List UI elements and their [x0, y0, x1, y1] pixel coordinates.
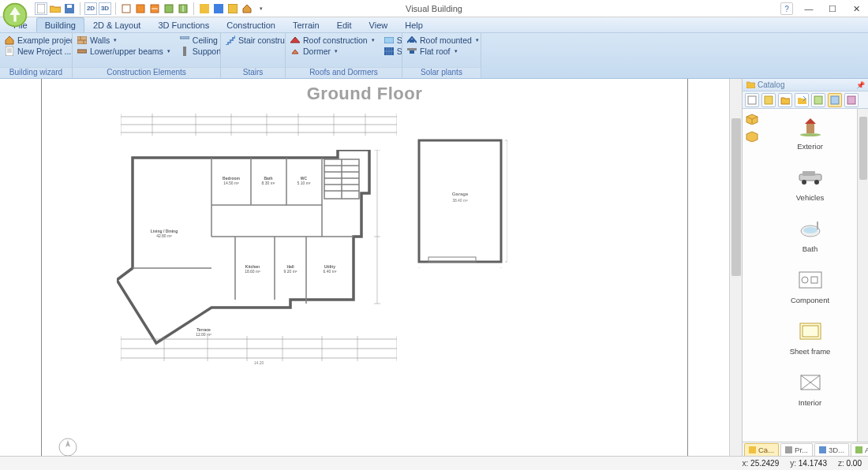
ribbon-group-label: Building wizard [0, 67, 72, 78]
status-y: y: 14.1743 [790, 459, 827, 468]
side-tab-ca[interactable]: Ca... [744, 443, 779, 456]
catalog-item-component[interactable]: Component [768, 267, 852, 304]
catalog-header[interactable]: Catalog 📌 [743, 79, 868, 91]
ribbon-group-label: Stairs [221, 67, 285, 78]
chevron-down-icon: ▾ [455, 48, 458, 54]
component-icon [796, 267, 825, 293]
flat-roof-button[interactable]: Flat roof▾ [406, 46, 481, 56]
solar-icon [384, 47, 394, 56]
tab-help[interactable]: Help [396, 17, 432, 32]
box-icon[interactable] [745, 112, 759, 126]
tab-terrain[interactable]: Terrain [284, 17, 328, 32]
dormer-button[interactable]: Dormer▾ [289, 46, 376, 56]
qa-tool-icon[interactable] [134, 2, 147, 15]
ribbon-group-building-wizard: Example projects ...New Project ...Build… [0, 33, 73, 78]
catalog-scrollbar[interactable] [857, 109, 868, 442]
svg-rect-8 [165, 5, 173, 13]
app-orb[interactable] [2, 2, 28, 28]
tab-3d-functions[interactable]: 3D Functions [149, 17, 218, 32]
status-z: z: 0.00 [838, 459, 862, 468]
qa-tool-icon[interactable] [177, 2, 189, 15]
catalog-item-label: Interior [799, 398, 822, 407]
qa-3d-icon[interactable]: 3D [99, 2, 111, 15]
catalog-tab-2[interactable] [778, 93, 792, 107]
svg-rect-18 [183, 47, 186, 56]
vertical-scrollbar[interactable] [729, 79, 742, 456]
svg-rect-29 [410, 39, 414, 43]
catalog-item-sheet-frame[interactable]: Sheet frame [768, 319, 852, 356]
scrollbar-thumb[interactable] [731, 118, 741, 276]
catalog-tab-6[interactable] [844, 93, 859, 107]
catalog-item-interior[interactable]: Interior [768, 370, 852, 407]
new-project--button[interactable]: New Project ... [3, 46, 72, 56]
skylights-button[interactable]: Skylights▾ [383, 35, 402, 45]
catalog-tab-3[interactable] [795, 93, 809, 107]
close-button[interactable]: ✕ [844, 0, 868, 17]
qa-dropdown-icon[interactable]: ▾ [255, 2, 268, 15]
ribbon-group-solar-plants: Roof mounted▾Flat roof▾AnalysisSolar pla… [402, 33, 481, 78]
walls-button[interactable]: Walls▾ [76, 35, 172, 45]
side-tab-3d[interactable]: 3D... [814, 443, 849, 456]
roof-mounted-button[interactable]: Roof mounted▾ [406, 35, 481, 45]
catalog-tabs [743, 91, 868, 109]
svg-rect-127 [817, 222, 818, 229]
tab-2d-layout[interactable]: 2D & Layout [84, 17, 150, 32]
roof-construction-button[interactable]: Roof construction▾ [289, 35, 376, 45]
qa-home-icon[interactable] [241, 2, 253, 15]
svg-rect-11 [200, 4, 209, 13]
svg-rect-4 [122, 5, 130, 13]
catalog-item-vehicles[interactable]: Vehicles [768, 165, 852, 202]
scrollbar-thumb[interactable] [859, 117, 867, 180]
svg-rect-1 [37, 4, 45, 13]
catalog-tab-0[interactable] [745, 93, 759, 107]
side-tab-ar[interactable]: Ar... [851, 443, 868, 456]
svg-rect-139 [855, 446, 862, 453]
catalog-tab-4[interactable] [811, 93, 825, 107]
supports-button[interactable]: Supports▾ [178, 46, 220, 56]
drawing-canvas[interactable]: Ground Floor [0, 79, 729, 456]
qa-color-icon[interactable] [226, 2, 239, 15]
catalog-item-bath[interactable]: Bath [768, 216, 852, 253]
catalog-tab-1[interactable] [761, 93, 776, 107]
catalog-item-label: Bath [803, 244, 818, 253]
qa-save-icon[interactable] [63, 2, 76, 15]
qa-tool-icon[interactable] [148, 2, 161, 15]
separator [115, 2, 116, 15]
qa-new-icon[interactable] [35, 2, 47, 15]
svg-rect-114 [748, 96, 756, 104]
example-projects--button[interactable]: Example projects ... [3, 35, 72, 45]
box-icon[interactable] [745, 129, 759, 144]
catalog-tab-5[interactable] [828, 93, 842, 107]
catalog-panel: Catalog 📌 ExteriorVehiclesBathComponentS… [742, 79, 868, 456]
catalog-item-exterior[interactable]: Exterior [768, 114, 852, 151]
folder-icon [746, 80, 755, 90]
maximize-button[interactable]: ☐ [821, 0, 844, 17]
catalog-body: ExteriorVehiclesBathComponentSheet frame… [743, 109, 868, 442]
qa-color-icon[interactable] [198, 2, 211, 15]
qa-color-icon[interactable] [212, 2, 225, 15]
minimize-button[interactable]: — [797, 0, 821, 17]
svg-point-119 [800, 133, 821, 136]
tab-building[interactable]: Building [36, 17, 84, 32]
ca-icon [749, 446, 756, 453]
tab-construction[interactable]: Construction [218, 17, 284, 32]
svg-rect-13 [228, 4, 238, 13]
qa-2d-icon[interactable]: 2D [84, 2, 97, 15]
ceiling-button[interactable]: Ceiling▾ [178, 35, 220, 45]
help-icon[interactable]: ? [780, 2, 793, 15]
lower-upper-beams-button[interactable]: Lower/upper beams▾ [76, 46, 172, 56]
svg-rect-120 [806, 124, 814, 133]
qa-tool-icon[interactable] [163, 2, 175, 15]
stair-construction-button[interactable]: Stair construction▾ [224, 35, 285, 45]
tab-view[interactable]: View [361, 17, 397, 32]
stair-icon [226, 35, 235, 45]
tab-edit[interactable]: Edit [328, 17, 361, 32]
side-tab-pr[interactable]: Pr... [780, 443, 813, 456]
dimension-lines-bottom: 14.20 [121, 331, 397, 364]
sheet: Ground Floor [41, 79, 688, 456]
qa-tool-icon[interactable] [120, 2, 133, 15]
solar-element-button[interactable]: Solar element▾ [383, 46, 402, 56]
svg-text:14.20: 14.20 [254, 360, 264, 364]
qa-open-icon[interactable] [49, 2, 62, 15]
pin-icon[interactable]: 📌 [856, 81, 865, 89]
